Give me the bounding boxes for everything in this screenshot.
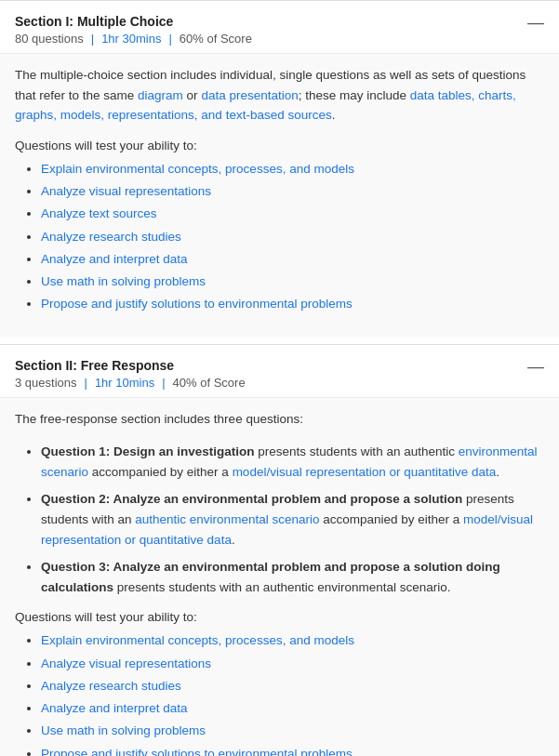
ability-link: Analyze and interpret data xyxy=(41,252,188,266)
list-item: Propose and justify solutions to environ… xyxy=(41,745,544,756)
section-1-ability-label: Questions will test your ability to: xyxy=(15,139,544,153)
section-2-title: Section II: Free Response xyxy=(15,358,246,373)
ability-link: Analyze visual representations xyxy=(41,184,211,198)
section-2-score: 40% of Score xyxy=(173,376,246,390)
list-item: Analyze and interpret data xyxy=(41,699,544,718)
section-2-body: The free-response section includes three… xyxy=(0,397,559,756)
ability-link: Analyze research studies xyxy=(41,679,181,693)
section-2-header-left: Section II: Free Response 3 questions | … xyxy=(15,358,246,390)
section-1-score: 60% of Score xyxy=(180,32,252,46)
ability-link: Analyze and interpret data xyxy=(41,701,188,715)
list-item: Use math in solving problems xyxy=(41,272,544,291)
section-2-intro: The free-response section includes three… xyxy=(15,409,544,430)
section-2-abilities-list: Explain environmental concepts, processe… xyxy=(15,631,544,756)
ability-link: Explain environmental concepts, processe… xyxy=(41,162,354,176)
section-1-intro: The multiple-choice section includes ind… xyxy=(15,65,544,126)
list-item: Analyze visual representations xyxy=(41,182,544,201)
section-1-header-left: Section I: Multiple Choice 80 questions … xyxy=(15,14,252,46)
list-item: Use math in solving problems xyxy=(41,722,544,740)
ability-link: Analyze research studies xyxy=(41,230,181,244)
frq-q1-bold: Question 1: Design an investigation xyxy=(41,444,255,458)
section-1-intro-link2: data presentation xyxy=(201,88,298,102)
section-2-frq-list: Question 1: Design an investigation pres… xyxy=(15,442,544,597)
ability-link: Explain environmental concepts, processe… xyxy=(41,633,354,647)
list-item: Analyze text sources xyxy=(41,205,544,223)
section-1-divider2: | xyxy=(168,32,171,46)
section-2-collapse-icon[interactable]: — xyxy=(527,358,544,375)
ability-link: Use math in solving problems xyxy=(41,274,206,288)
section-1-time: 1hr 30mins xyxy=(101,32,161,46)
list-item: Question 2: Analyze an environmental pro… xyxy=(41,489,544,550)
list-item: Propose and justify solutions to environ… xyxy=(41,295,544,313)
section-2-divider1: | xyxy=(85,376,87,390)
list-item: Analyze visual representations xyxy=(41,655,544,673)
list-item: Analyze research studies xyxy=(41,228,544,246)
section-1-questions: 80 questions xyxy=(15,32,84,46)
frq-q3-rest: presents students with an authentic envi… xyxy=(117,580,451,594)
section-2-meta: 3 questions | 1hr 10mins | 40% of Score xyxy=(15,376,246,390)
section-1-abilities-list: Explain environmental concepts, processe… xyxy=(15,160,544,314)
section-2-divider2: | xyxy=(162,376,165,390)
section-2-time: 1hr 10mins xyxy=(95,376,154,390)
list-item: Question 3: Analyze an environmental pro… xyxy=(41,557,544,597)
ability-link: Analyze visual representations xyxy=(41,657,211,670)
list-item: Explain environmental concepts, processe… xyxy=(41,160,544,179)
ability-link: Propose and justify solutions to environ… xyxy=(41,747,353,756)
section-1: Section I: Multiple Choice 80 questions … xyxy=(0,0,559,337)
frq-q2-bold: Question 2: Analyze an environmental pro… xyxy=(41,492,462,506)
section-1-header: Section I: Multiple Choice 80 questions … xyxy=(0,1,559,53)
section-2-header: Section II: Free Response 3 questions | … xyxy=(0,345,559,397)
section-1-collapse-icon[interactable]: — xyxy=(527,14,544,31)
list-item: Explain environmental concepts, processe… xyxy=(41,631,544,650)
ability-link: Analyze text sources xyxy=(41,206,157,220)
list-item: Question 1: Design an investigation pres… xyxy=(41,442,544,482)
section-1-title: Section I: Multiple Choice xyxy=(15,14,252,29)
list-item: Analyze research studies xyxy=(41,677,544,696)
section-1-intro-link1: diagram xyxy=(138,88,183,102)
section-2-ability-label: Questions will test your ability to: xyxy=(15,610,544,624)
ability-link: Use math in solving problems xyxy=(41,723,206,737)
section-2-questions: 3 questions xyxy=(15,376,77,390)
section-2: Section II: Free Response 3 questions | … xyxy=(0,344,559,756)
frq-q1-link2: model/visual representation or quantitat… xyxy=(233,465,497,479)
section-1-body: The multiple-choice section includes ind… xyxy=(0,53,559,337)
section-1-meta: 80 questions | 1hr 30mins | 60% of Score xyxy=(15,32,252,46)
ability-link: Propose and justify solutions to environ… xyxy=(41,297,353,311)
section-1-divider1: | xyxy=(91,32,94,46)
frq-q2-link1: authentic environmental scenario xyxy=(135,512,319,526)
list-item: Analyze and interpret data xyxy=(41,250,544,269)
